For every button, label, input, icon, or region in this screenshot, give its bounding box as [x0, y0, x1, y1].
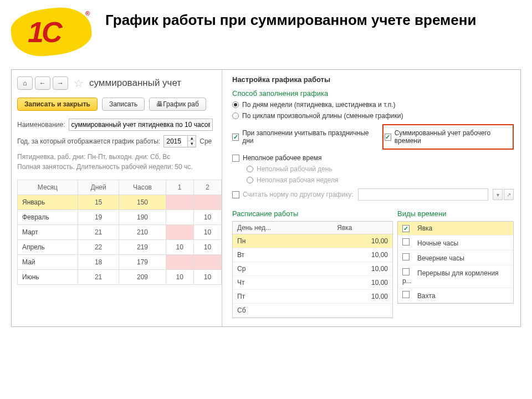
- checkbox-icon: [232, 134, 239, 141]
- schedule-report-button[interactable]: 🖶 График раб: [149, 98, 206, 111]
- favorite-icon[interactable]: ☆: [74, 76, 84, 90]
- radio-icon: [232, 101, 239, 108]
- left-panel: ⌂ ← → ☆ суммированный учет Записать и за…: [12, 70, 222, 326]
- table-row[interactable]: Пт10,00: [233, 290, 392, 304]
- radio-by-weekdays[interactable]: По дням недели (пятидневка, шестидневка …: [232, 101, 514, 109]
- chk-summarized[interactable]: Суммированный учет рабочего времени: [385, 129, 509, 145]
- types-table[interactable]: ЯвкаНочные часыВечерние часыПерерывы для…: [398, 222, 513, 303]
- types-title: Виды времени: [397, 209, 514, 218]
- table-row[interactable]: Вт10,00: [233, 248, 392, 262]
- right-panel: Настройка графика работы Способ заполнен…: [222, 70, 520, 326]
- calendar-table[interactable]: Месяц Дней Часов 1 2 Январь15150Февраль1…: [17, 180, 222, 285]
- norm-input[interactable]: [358, 188, 488, 201]
- checkbox-icon: [402, 291, 410, 298]
- logo: 1С ®: [11, 6, 94, 58]
- list-item[interactable]: Явка: [398, 222, 513, 236]
- checkbox-icon: [402, 253, 410, 260]
- select-button[interactable]: ▾: [493, 189, 503, 200]
- fill-method-title: Способ заполнения графика: [232, 89, 514, 98]
- year-label: Год, за который отображается график рабо…: [17, 137, 160, 145]
- open-button[interactable]: ↗: [504, 189, 514, 200]
- page-title: График работы при суммированном учете вр…: [105, 6, 476, 30]
- checkbox-icon: [402, 225, 410, 232]
- table-row[interactable]: Февраль1919010: [18, 210, 222, 225]
- schedule-summary: Пятидневка, раб. дни: Пн-Пт, выходн. дни…: [17, 152, 222, 172]
- table-row[interactable]: Апрель222191010: [18, 240, 222, 255]
- table-row[interactable]: Май18179: [18, 255, 222, 270]
- table-row[interactable]: Пн10,00: [233, 234, 392, 248]
- radio-icon: [247, 166, 253, 172]
- list-item[interactable]: Ночные часы: [398, 236, 513, 250]
- table-row[interactable]: Март2121010: [18, 225, 222, 240]
- radio-icon: [247, 177, 253, 183]
- table-row[interactable]: Чт10,00: [233, 276, 392, 290]
- year-spinner[interactable]: ▲▼: [163, 135, 196, 147]
- chk-holidays[interactable]: При заполнении учитывать праздничные дни: [232, 129, 371, 145]
- list-item[interactable]: Вечерние часы: [398, 250, 513, 265]
- checkbox-icon: [232, 155, 239, 162]
- forward-button[interactable]: →: [53, 76, 68, 90]
- list-item[interactable]: Вахта: [398, 288, 513, 303]
- table-row[interactable]: Ср10,00: [233, 262, 392, 276]
- name-label: Наименование:: [17, 121, 65, 129]
- checkbox-icon: [402, 268, 410, 275]
- page-header: 1С ® График работы при суммированном уче…: [11, 6, 521, 58]
- schedule-table[interactable]: День нед... Явка Пн10,00Вт10,00Ср10,00Чт…: [233, 222, 392, 318]
- doc-title: суммированный учет: [89, 78, 181, 89]
- summarized-highlight: Суммированный учет рабочего времени: [382, 124, 514, 150]
- home-button[interactable]: ⌂: [17, 76, 33, 90]
- chk-norm: Считать норму по другому графику:: [232, 191, 354, 198]
- radio-icon: [232, 112, 239, 119]
- checkbox-icon: [232, 191, 239, 198]
- schedule-title: Расписание работы: [232, 209, 393, 218]
- save-close-button[interactable]: Записать и закрыть: [17, 98, 98, 111]
- name-input[interactable]: [69, 119, 213, 131]
- back-button[interactable]: ←: [35, 76, 50, 90]
- table-row[interactable]: Сб: [233, 304, 392, 318]
- table-row[interactable]: Июнь212091010: [18, 270, 222, 285]
- app-window: ⌂ ← → ☆ суммированный учет Записать и за…: [11, 69, 521, 327]
- save-button[interactable]: Записать: [102, 98, 145, 111]
- chk-parttime[interactable]: Неполное рабочее время: [232, 154, 514, 162]
- settings-title: Настройка графика работы: [232, 75, 514, 84]
- list-item[interactable]: Перерывы для кормления р...: [398, 265, 513, 288]
- checkbox-icon: [402, 238, 410, 245]
- checkbox-icon: [385, 134, 391, 141]
- radio-partday: Неполный рабочий день: [247, 165, 514, 173]
- radio-partweek: Неполная рабочая неделя: [247, 176, 514, 184]
- table-row[interactable]: Январь15150: [18, 195, 222, 210]
- radio-by-cycles[interactable]: По циклам произвольной длины (сменные гр…: [232, 112, 514, 120]
